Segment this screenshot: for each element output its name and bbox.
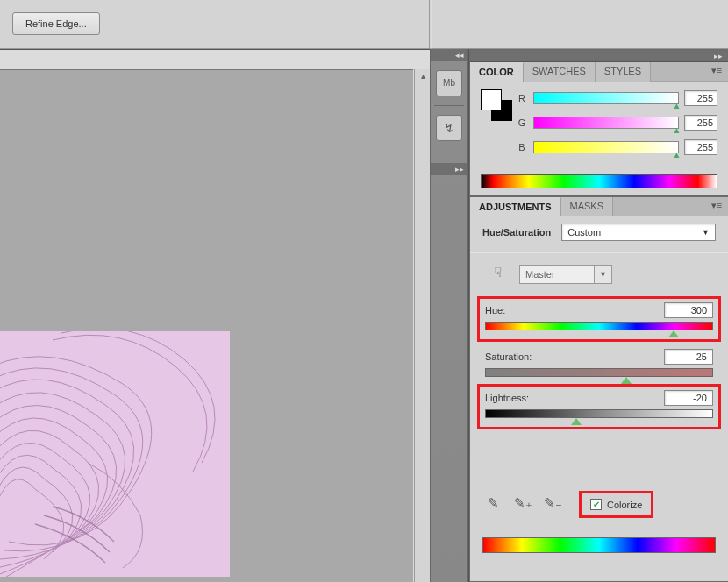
dock-icon-mb[interactable]: Mb (436, 70, 462, 96)
lightness-group: Lightness: -20 (477, 384, 721, 429)
color-panel-body: R ▲ 255 G ▲ 255 B ▲ 255 (470, 82, 728, 171)
hue-input[interactable]: 300 (664, 302, 713, 318)
collapsed-dock: ◂◂ Mb ↯ ▸▸ (430, 49, 468, 582)
separator (470, 252, 728, 252)
tab-styles[interactable]: STYLES (596, 62, 651, 82)
document-area: ▴ (0, 49, 430, 582)
colorize-checkbox[interactable]: ✔ (590, 499, 602, 510)
tab-color[interactable]: COLOR (470, 62, 524, 82)
lightness-label: Lightness: (485, 393, 529, 403)
adjustment-type-label: Hue/Saturation (482, 227, 551, 238)
adjustments-body: Hue/Saturation Custom ▼ ☟ Master ▼ Hue: … (470, 216, 728, 565)
tab-adjustments[interactable]: ADJUSTMENTS (470, 197, 561, 216)
hue-group: Hue: 300 (477, 296, 721, 342)
saturation-thumb[interactable] (621, 377, 632, 384)
panel-menu-icon[interactable]: ▾≡ (709, 200, 724, 212)
preset-value: Custom (567, 227, 601, 238)
colorize-group: ✔ Colorize (579, 491, 653, 518)
targeted-adjust-icon[interactable]: ☟ (488, 265, 507, 284)
blue-slider[interactable]: ▲ (533, 141, 679, 153)
green-row: G ▲ 255 (516, 113, 717, 132)
green-slider[interactable]: ▲ (533, 117, 679, 129)
adjustments-panel-tabs: ADJUSTMENTS MASKS ▾≡ (470, 197, 728, 216)
image-preview[interactable] (0, 331, 230, 577)
saturation-input[interactable]: 25 (664, 349, 713, 365)
red-label: R (516, 93, 528, 103)
red-slider[interactable]: ▲ (533, 92, 679, 104)
eyedropper-add-icon[interactable]: ✎₊ (512, 495, 533, 515)
refine-edge-button[interactable]: Refine Edge... (12, 12, 100, 35)
chevron-down-icon: ▼ (702, 228, 710, 237)
dock-expand-arrow[interactable]: ◂◂ (431, 49, 467, 61)
eyedropper-row: ✎ ✎₊ ✎₋ ✔ Colorize (482, 491, 716, 518)
hue-thumb[interactable] (668, 330, 679, 337)
hue-slider[interactable] (485, 322, 713, 330)
canvas-background (0, 69, 413, 582)
lightness-thumb[interactable] (571, 418, 582, 425)
blue-row: B ▲ 255 (516, 138, 717, 157)
green-input[interactable]: 255 (684, 115, 717, 131)
hue-spectrum-bar (482, 537, 716, 553)
chevron-down-icon[interactable]: ▼ (595, 265, 612, 284)
panel-column: ▸▸ COLOR SWATCHES STYLES ▾≡ R ▲ 255 G ▲ … (468, 49, 728, 582)
preset-dropdown[interactable]: Custom ▼ (561, 224, 716, 241)
option-bar-left: Refine Edge... (0, 0, 430, 49)
eyedropper-subtract-icon[interactable]: ✎₋ (542, 495, 563, 515)
hue-label: Hue: (485, 305, 505, 316)
scroll-up-arrow[interactable]: ▴ (418, 71, 428, 82)
saturation-label: Saturation: (485, 351, 532, 362)
green-label: G (516, 117, 528, 128)
blue-label: B (516, 142, 528, 153)
dock-separator (434, 105, 464, 106)
adjustments-panel: ADJUSTMENTS MASKS ▾≡ Hue/Saturation Cust… (469, 196, 728, 582)
color-panel-tabs: COLOR SWATCHES STYLES ▾≡ (470, 62, 728, 82)
dock-icon-history[interactable]: ↯ (436, 115, 462, 141)
foreground-background-swatches[interactable] (481, 89, 502, 110)
dock-expand-arrow-2[interactable]: ▸▸ (431, 163, 467, 175)
panel-menu-icon[interactable]: ▾≡ (709, 65, 724, 77)
option-bar: Refine Edge... (0, 0, 728, 49)
colorize-label: Colorize (607, 500, 642, 510)
color-spectrum-ramp[interactable] (481, 174, 717, 188)
artwork-svg (0, 331, 230, 577)
tab-masks[interactable]: MASKS (561, 197, 614, 216)
channel-range-select[interactable]: Master (519, 265, 595, 284)
lightness-slider[interactable] (485, 409, 713, 418)
red-input[interactable]: 255 (684, 90, 717, 106)
color-panel: ▸▸ COLOR SWATCHES STYLES ▾≡ R ▲ 255 G ▲ … (469, 49, 728, 196)
tab-swatches[interactable]: SWATCHES (524, 62, 596, 82)
red-row: R ▲ 255 (516, 89, 717, 108)
eyedropper-icon[interactable]: ✎ (482, 495, 503, 515)
panel-collapse-arrow[interactable]: ▸▸ (470, 50, 728, 62)
foreground-swatch[interactable] (481, 89, 502, 110)
saturation-slider[interactable] (485, 368, 713, 377)
lightness-input[interactable]: -20 (664, 390, 713, 406)
vertical-scrollbar[interactable]: ▴ (414, 69, 430, 582)
blue-input[interactable]: 255 (684, 139, 717, 155)
option-bar-right (431, 0, 728, 49)
saturation-group: Saturation: 25 (482, 349, 716, 377)
